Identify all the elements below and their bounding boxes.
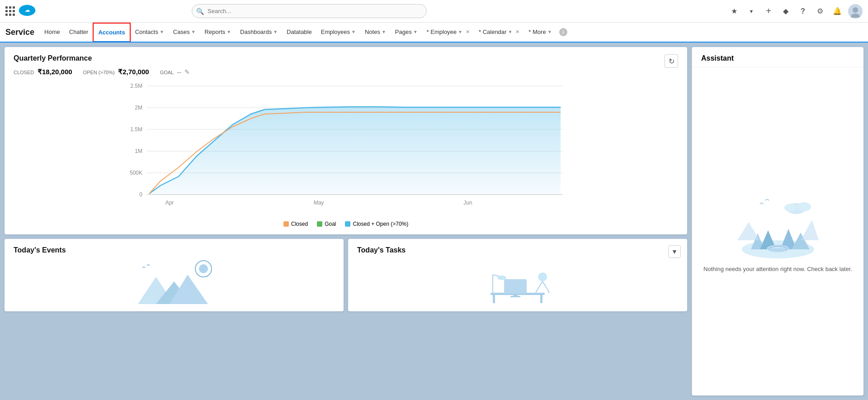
nav-item-employee-tab[interactable]: * Employee ▼ ✕ <box>422 23 474 42</box>
nav-item-calendar-tab[interactable]: * Calendar ▼ ✕ <box>474 23 524 42</box>
perf-stats: CLOSED ₹18,20,000 OPEN (>70%) ₹2,70,000 … <box>14 68 678 76</box>
help-icon[interactable]: ? <box>797 5 809 18</box>
search-icon: 🔍 <box>196 8 204 15</box>
nav-label-dashboards: Dashboards <box>240 29 272 35</box>
employees-chevron: ▼ <box>351 29 356 34</box>
nav-label-reports: Reports <box>205 29 226 35</box>
today-events-title: Today's Events <box>14 246 335 254</box>
legend-goal-dot <box>317 221 322 227</box>
calendar-tab-close[interactable]: ✕ <box>515 29 519 35</box>
assistant-title: Assistant <box>692 47 863 67</box>
search-input[interactable] <box>192 4 427 18</box>
contacts-chevron: ▼ <box>160 29 164 34</box>
svg-point-42 <box>797 202 811 211</box>
nav-label-cases: Cases <box>173 29 190 35</box>
settings-icon[interactable]: ⚙ <box>814 5 826 18</box>
globe-icon[interactable]: ◆ <box>779 5 792 18</box>
svg-point-43 <box>784 204 797 212</box>
nav-label-employee-tab: * Employee <box>427 29 457 35</box>
nav-item-contacts[interactable]: Contacts ▼ <box>131 23 169 42</box>
svg-text:☁: ☁ <box>25 7 30 13</box>
nav-item-accounts[interactable]: Accounts <box>93 23 130 42</box>
nav-item-more[interactable]: * More ▼ <box>524 23 556 42</box>
avatar[interactable] <box>848 4 863 19</box>
nav-item-chatter[interactable]: Chatter <box>65 23 93 42</box>
nav-label-calendar-tab: * Calendar <box>479 29 506 35</box>
main-left: Quarterly Performance ↻ CLOSED ₹18,20,00… <box>0 43 692 400</box>
svg-marker-45 <box>801 220 819 240</box>
today-tasks-card: Today's Tasks ▼ <box>348 239 687 311</box>
pages-chevron: ▼ <box>413 29 418 34</box>
svg-point-34 <box>497 276 506 280</box>
assistant-panel: Assistant <box>692 47 863 395</box>
today-tasks-title: Today's Tasks <box>357 246 678 254</box>
chart-area-fill <box>149 107 561 195</box>
calendar-tab-chevron: ▼ <box>508 29 512 34</box>
goal-value: -- <box>177 69 181 76</box>
svg-rect-30 <box>510 296 520 297</box>
quarterly-title: Quarterly Performance <box>14 54 92 62</box>
nav-item-cases[interactable]: Cases ▼ <box>169 23 200 42</box>
today-row: Today's Events <box>5 239 687 311</box>
reports-chevron: ▼ <box>226 29 231 34</box>
legend-closed: Closed <box>283 221 308 227</box>
nav-item-pages[interactable]: Pages ▼ <box>391 23 422 42</box>
salesforce-logo[interactable]: ☁ <box>19 4 36 18</box>
content-area: Quarterly Performance ↻ CLOSED ₹18,20,00… <box>0 43 868 400</box>
today-events-card: Today's Events <box>5 239 344 311</box>
nav-label-more: * More <box>528 29 546 35</box>
nav-label-home: Home <box>44 29 60 35</box>
nav-item-reports[interactable]: Reports ▼ <box>200 23 236 42</box>
svg-marker-44 <box>737 222 760 240</box>
open-label: OPEN (>70%) <box>83 70 115 75</box>
info-circle: i <box>559 28 567 36</box>
svg-point-31 <box>538 272 547 281</box>
bell-icon[interactable]: 🔔 <box>831 5 844 18</box>
open-value: ₹2,70,000 <box>118 68 149 76</box>
tasks-dropdown-button[interactable]: ▼ <box>668 245 681 258</box>
nav-item-dashboards[interactable]: Dashboards ▼ <box>236 23 282 42</box>
top-bar-actions: ★ ▼ + ◆ ? ⚙ 🔔 <box>728 4 863 19</box>
closed-label: CLOSED <box>14 70 34 75</box>
chart-container: 2.5M 2M 1.5M 1M 500K 0 Apr May Jun <box>14 81 678 217</box>
nav-items: Home Chatter Accounts Contacts ▼ Cases ▼… <box>40 23 864 42</box>
legend-closed-open-dot <box>345 221 350 227</box>
svg-text:0: 0 <box>139 191 142 198</box>
legend-closed-dot <box>283 221 289 227</box>
legend-closed-label: Closed <box>291 221 308 227</box>
app-name[interactable]: Service <box>4 23 40 42</box>
legend-goal-label: Goal <box>325 221 336 227</box>
nav-label-contacts: Contacts <box>135 29 158 35</box>
svg-text:1M: 1M <box>135 148 142 154</box>
star-icon[interactable]: ★ <box>728 5 741 18</box>
nav-item-home[interactable]: Home <box>40 23 65 42</box>
svg-text:1.5M: 1.5M <box>130 126 142 133</box>
nav-item-employees[interactable]: Employees ▼ <box>316 23 360 42</box>
more-chevron: ▼ <box>547 29 552 34</box>
assistant-illustration <box>737 190 819 258</box>
svg-text:May: May <box>314 200 324 206</box>
nav-item-datatable[interactable]: Datatable <box>282 23 316 42</box>
nav-label-chatter: Chatter <box>69 29 89 35</box>
refresh-button[interactable]: ↻ <box>665 54 678 68</box>
app-dots[interactable] <box>5 6 15 16</box>
nav-info-icon[interactable]: i <box>557 23 570 42</box>
assistant-body: Nothing needs your attention right now. … <box>692 67 863 395</box>
chart-legend: Closed Goal Closed + Open (>70%) <box>14 221 678 227</box>
svg-text:Apr: Apr <box>165 200 174 206</box>
nav-label-pages: Pages <box>395 29 412 35</box>
top-bar: ☁ 🔍 ★ ▼ + ◆ ? ⚙ 🔔 <box>0 0 868 23</box>
add-icon[interactable]: + <box>762 5 775 18</box>
svg-rect-27 <box>540 295 542 303</box>
nav-label-datatable: Datatable <box>287 29 312 35</box>
svg-text:Jun: Jun <box>463 200 472 206</box>
dashboards-chevron: ▼ <box>273 29 278 34</box>
edit-icon[interactable]: ✎ <box>184 68 190 76</box>
nav-item-notes[interactable]: Notes ▼ <box>360 23 391 42</box>
employee-tab-close[interactable]: ✕ <box>466 29 470 35</box>
today-tasks-illustration <box>357 259 678 304</box>
svg-rect-26 <box>493 295 495 303</box>
dropdown-icon[interactable]: ▼ <box>745 5 758 18</box>
svg-rect-28 <box>504 279 527 294</box>
nav-label-notes: Notes <box>365 29 380 35</box>
